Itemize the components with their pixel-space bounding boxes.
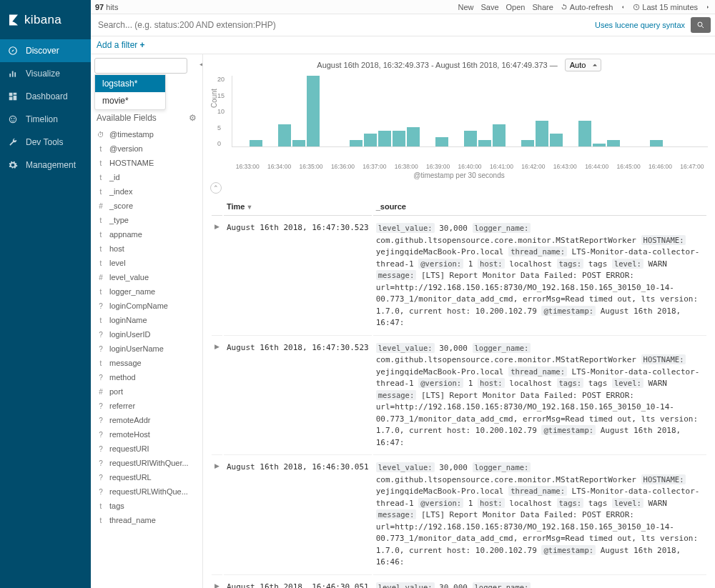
field-message[interactable]: tmessage — [91, 356, 202, 370]
expand-icon[interactable]: ▶ — [212, 217, 222, 336]
svg-rect-4 — [9, 93, 13, 96]
pattern-option-logstash[interactable]: logstash* — [95, 75, 165, 92]
bar[interactable] — [550, 134, 563, 146]
source-cell: level_value: 30,000 logger_name: com.git… — [373, 457, 706, 575]
nav-dev-tools[interactable]: Dev Tools — [0, 131, 91, 154]
time-cell: August 16th 2018, 16:47:30.523 — [224, 337, 372, 456]
nav-discover[interactable]: Discover — [0, 39, 91, 62]
field-host[interactable]: thost — [91, 241, 202, 256]
svg-line-13 — [702, 26, 704, 29]
field-remoteaddr[interactable]: ?remoteAddr — [91, 413, 202, 427]
source-cell: level_value: 30,000 logger_name: com.git… — [373, 577, 706, 589]
expand-icon[interactable]: ▶ — [212, 577, 222, 589]
lucene-link[interactable]: Uses lucene query syntax — [595, 21, 691, 29]
svg-rect-7 — [9, 97, 13, 101]
field-tags[interactable]: ttags — [91, 499, 202, 513]
field-remotehost[interactable]: ?remoteHost — [91, 427, 202, 442]
pattern-option-movie[interactable]: movie* — [95, 92, 165, 109]
field--index[interactable]: t_index — [91, 184, 202, 199]
share-link[interactable]: Share — [532, 3, 553, 11]
bar[interactable] — [278, 124, 291, 147]
field-method[interactable]: ?method — [91, 370, 202, 384]
main: 97 hits New Save Open Share Auto-refresh… — [91, 0, 715, 588]
docs-area: August 16th 2018, 16:32:49.373 - August … — [203, 54, 715, 588]
bar[interactable] — [521, 140, 534, 146]
compass-icon — [7, 45, 19, 56]
bar[interactable] — [292, 140, 305, 146]
brand-text: kibana — [24, 13, 61, 27]
gear-icon[interactable]: ⚙ — [189, 113, 197, 123]
field-port[interactable]: #port — [91, 384, 202, 399]
time-cell: August 16th 2018, 16:46:30.051 — [224, 457, 372, 575]
field-loginuserid[interactable]: ?loginUserID — [91, 327, 202, 342]
expand-icon[interactable]: ▶ — [212, 337, 222, 456]
bar[interactable] — [378, 131, 391, 147]
field-requesturlwithque---[interactable]: ?requestURLWithQue... — [91, 484, 202, 499]
time-col-header[interactable]: Time▼ — [224, 198, 372, 216]
svg-point-9 — [11, 118, 12, 119]
field-loginusername[interactable]: ?loginUserName — [91, 342, 202, 356]
auto-refresh[interactable]: Auto-refresh — [561, 3, 613, 11]
bar[interactable] — [435, 137, 448, 147]
nav-dashboard[interactable]: Dashboard — [0, 85, 91, 108]
nav-management[interactable]: Management — [0, 154, 91, 176]
field--id[interactable]: t_id — [91, 170, 202, 184]
source-col-header[interactable]: _source — [373, 198, 706, 216]
chevron-left-icon[interactable] — [620, 4, 626, 10]
search-button[interactable] — [691, 17, 711, 33]
interval-select[interactable]: Auto — [565, 59, 601, 71]
bar[interactable] — [393, 131, 405, 147]
bar[interactable] — [464, 131, 477, 147]
add-filter[interactable]: Add a filter + — [97, 40, 144, 50]
field-loginname[interactable]: tloginName — [91, 313, 202, 327]
bar[interactable] — [478, 140, 491, 146]
bar[interactable] — [607, 140, 620, 146]
bar[interactable] — [493, 124, 506, 147]
save-link[interactable]: Save — [480, 3, 498, 11]
field-level[interactable]: tlevel — [91, 256, 202, 270]
field--version[interactable]: t@version — [91, 141, 202, 156]
field--score[interactable]: #_score — [91, 199, 202, 213]
field-appname[interactable]: tappname — [91, 227, 202, 241]
index-pattern-dropdown: logstash* movie* — [94, 74, 166, 110]
kibana-logo[interactable]: kibana — [0, 0, 91, 39]
nav-visualize[interactable]: Visualize — [0, 62, 91, 85]
time-range[interactable]: Last 15 minutes — [633, 3, 698, 11]
histogram-chart[interactable]: Count 20151050 — [210, 76, 708, 161]
available-fields-header: Available Fields ⚙ — [91, 109, 202, 127]
svg-point-12 — [698, 22, 702, 26]
field-requesturl[interactable]: ?requestURL — [91, 470, 202, 484]
bar[interactable] — [407, 127, 420, 146]
field-requesturi[interactable]: ?requestURI — [91, 442, 202, 456]
x-axis-label: @timestamp per 30 seconds — [210, 171, 708, 179]
wrench-icon — [7, 136, 19, 148]
chevron-right-icon[interactable] — [705, 4, 711, 10]
field--timestamp[interactable]: ⏱@timestamp — [91, 127, 202, 141]
bar[interactable] — [350, 140, 363, 146]
gear-icon — [7, 159, 19, 171]
field-logincompname[interactable]: ?loginCompName — [91, 299, 202, 313]
source-cell: level_value: 30,000 logger_name: com.git… — [373, 337, 706, 456]
field-logger-name[interactable]: tlogger_name — [91, 284, 202, 299]
index-pattern-input[interactable] — [94, 58, 187, 74]
field-hostname[interactable]: tHOSTNAME — [91, 156, 202, 170]
field-thread-name[interactable]: tthread_name — [91, 513, 202, 527]
field-referrer[interactable]: ?referrer — [91, 399, 202, 413]
dashboard-icon — [7, 91, 19, 102]
bar[interactable] — [593, 144, 606, 147]
nav-timelion[interactable]: Timelion — [0, 108, 91, 131]
field--type[interactable]: t_type — [91, 213, 202, 227]
bar[interactable] — [364, 134, 377, 146]
expand-icon[interactable]: ▶ — [212, 457, 222, 575]
new-link[interactable]: New — [458, 3, 473, 11]
field-level-value[interactable]: #level_value — [91, 270, 202, 284]
field-requesturiwithquer---[interactable]: ?requestURIWithQuer... — [91, 456, 202, 470]
search-input[interactable] — [91, 20, 595, 30]
bar[interactable] — [650, 140, 663, 146]
collapse-chart-icon[interactable]: ⌃ — [210, 182, 222, 194]
bar[interactable] — [578, 121, 591, 146]
bar[interactable] — [536, 121, 548, 146]
bar[interactable] — [250, 140, 262, 146]
open-link[interactable]: Open — [506, 3, 526, 11]
bar[interactable] — [307, 76, 320, 146]
